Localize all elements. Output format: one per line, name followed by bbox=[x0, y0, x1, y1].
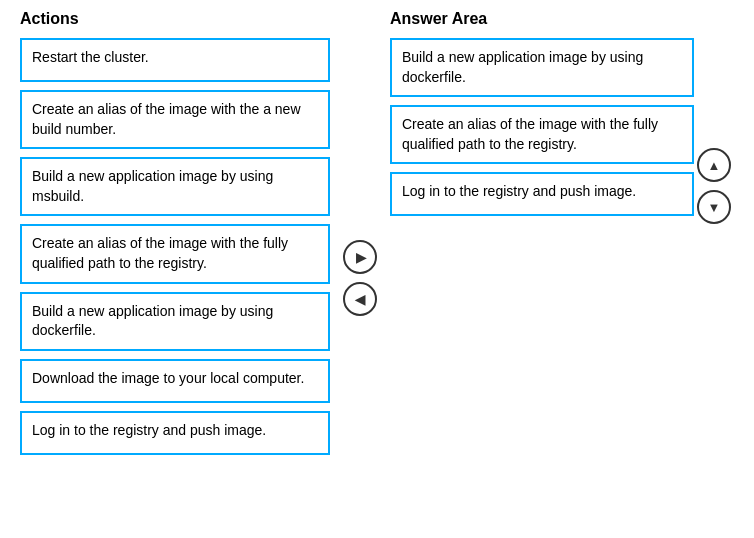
action-item[interactable]: Build a new application image by using m… bbox=[20, 157, 330, 216]
move-left-button[interactable] bbox=[343, 282, 377, 316]
actions-header: Actions bbox=[20, 10, 330, 28]
answer-area-row: Build a new application image by using d… bbox=[390, 38, 734, 224]
move-down-button[interactable] bbox=[697, 190, 731, 224]
action-item[interactable]: Create an alias of the image with the fu… bbox=[20, 224, 330, 283]
move-up-button[interactable] bbox=[697, 148, 731, 182]
action-item[interactable]: Download the image to your local compute… bbox=[20, 359, 330, 403]
actions-list: Restart the cluster.Create an alias of t… bbox=[20, 38, 330, 463]
move-right-button[interactable] bbox=[343, 240, 377, 274]
action-item[interactable]: Build a new application image by using d… bbox=[20, 292, 330, 351]
main-container: Actions Restart the cluster.Create an al… bbox=[20, 10, 734, 463]
action-item[interactable]: Log in to the registry and push image. bbox=[20, 411, 330, 455]
answer-column: Answer Area Build a new application imag… bbox=[390, 10, 734, 224]
answer-item[interactable]: Build a new application image by using d… bbox=[390, 38, 694, 97]
answer-item[interactable]: Log in to the registry and push image. bbox=[390, 172, 694, 216]
actions-column: Actions Restart the cluster.Create an al… bbox=[20, 10, 330, 463]
action-item[interactable]: Create an alias of the image with the a … bbox=[20, 90, 330, 149]
answer-area-header: Answer Area bbox=[390, 10, 734, 28]
answer-item[interactable]: Create an alias of the image with the fu… bbox=[390, 105, 694, 164]
middle-controls bbox=[330, 240, 390, 316]
answer-right-controls bbox=[694, 148, 734, 224]
action-item[interactable]: Restart the cluster. bbox=[20, 38, 330, 82]
answer-list: Build a new application image by using d… bbox=[390, 38, 694, 224]
